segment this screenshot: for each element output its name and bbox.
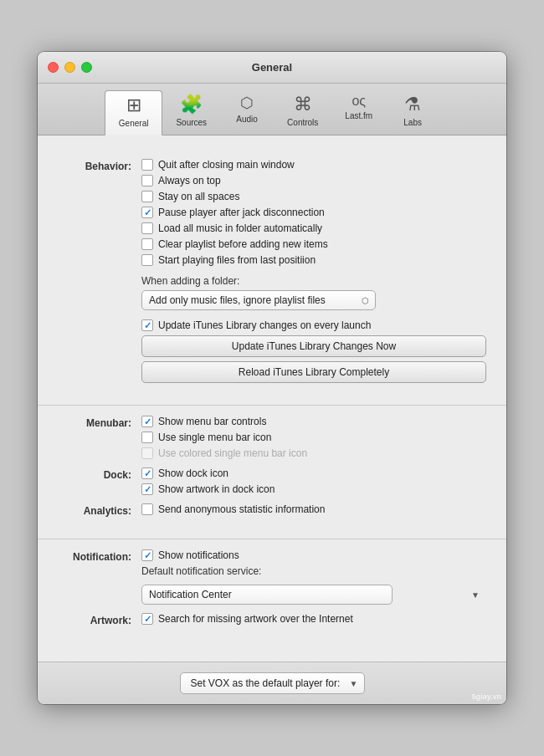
always-top-row: Always on top xyxy=(141,175,486,186)
show-notifications-row: Show notifications xyxy=(141,549,486,561)
quit-close-label: Quit after closing main window xyxy=(158,159,295,171)
controls-icon: ⌘ xyxy=(294,94,312,115)
behavior-section: Behavior: Quit after closing main window… xyxy=(38,149,506,406)
show-menu-controls-row: Show menu bar controls xyxy=(141,416,486,427)
pause-jack-row: Pause player after jack disconnection xyxy=(141,207,486,218)
clear-playlist-label: Clear playlist before adding new items xyxy=(158,238,328,250)
update-launch-label: Update iTunes Library changes on every l… xyxy=(158,319,371,331)
bottom-bar: Set VOX as the default player for: ▼ xyxy=(38,662,506,704)
titlebar: General xyxy=(38,52,506,84)
tab-sources[interactable]: 🧩 Sources xyxy=(162,90,220,135)
close-button[interactable] xyxy=(48,62,59,73)
dock-label: Dock: xyxy=(58,467,141,481)
update-launch-checkbox[interactable] xyxy=(141,319,153,331)
service-label: Default notification service: xyxy=(141,565,486,577)
artwork-label: Artwork: xyxy=(58,613,141,626)
pause-jack-checkbox[interactable] xyxy=(141,207,153,218)
notification-section: Notification: Show notifications Default… xyxy=(38,539,506,648)
menubar-row: Menubar: Show menu bar controls Use sing… xyxy=(58,416,486,459)
folder-select[interactable]: Add only music files, ignore playlist fi… xyxy=(141,290,376,310)
tab-labs[interactable]: ⚗ Labs xyxy=(386,90,439,135)
watermark: 5giay.vn xyxy=(472,692,501,701)
show-artwork-dock-row: Show artwork in dock icon xyxy=(141,483,486,495)
show-notifications-checkbox[interactable] xyxy=(141,549,153,561)
stay-spaces-label: Stay on all spaces xyxy=(158,191,239,202)
behavior-label: Behavior: xyxy=(58,159,141,172)
anon-stats-checkbox[interactable] xyxy=(141,503,153,515)
notification-label: Notification: xyxy=(58,549,141,563)
show-artwork-dock-checkbox[interactable] xyxy=(141,483,153,495)
tab-general[interactable]: ⊞ General xyxy=(105,90,163,135)
reload-button[interactable]: Reload iTunes Library Completely xyxy=(141,361,486,383)
tab-audio[interactable]: ⬡ Audio xyxy=(220,90,274,135)
maximize-button[interactable] xyxy=(81,62,92,73)
stay-spaces-checkbox[interactable] xyxy=(141,191,153,202)
dock-row: Dock: Show dock icon Show artwork in doc… xyxy=(58,467,486,495)
search-artwork-label: Search for missing artwork over the Inte… xyxy=(158,613,353,625)
update-now-button[interactable]: Update iTunes Library Changes Now xyxy=(141,335,486,357)
pause-jack-label: Pause player after jack disconnection xyxy=(158,207,325,218)
window-title: General xyxy=(252,61,292,74)
quit-close-row: Quit after closing main window xyxy=(141,159,486,171)
show-menu-controls-checkbox[interactable] xyxy=(141,416,153,427)
labs-icon: ⚗ xyxy=(404,94,421,115)
start-last-label: Start playing files from last positiion xyxy=(158,254,316,266)
show-notifications-label: Show notifications xyxy=(158,549,239,561)
notification-row: Notification: Show notifications Default… xyxy=(58,549,486,605)
window-controls[interactable] xyxy=(48,62,92,73)
show-artwork-dock-label: Show artwork in dock icon xyxy=(158,483,275,495)
tab-lastfm[interactable]: ος Last.fm xyxy=(331,90,386,135)
behavior-row: Behavior: Quit after closing main window… xyxy=(58,159,486,383)
single-menu-label: Use single menu bar icon xyxy=(158,432,271,443)
clear-playlist-checkbox[interactable] xyxy=(141,238,153,250)
start-last-row: Start playing files from last positiion xyxy=(141,254,486,266)
show-dock-icon-checkbox[interactable] xyxy=(141,467,153,479)
search-artwork-checkbox[interactable] xyxy=(141,613,153,625)
menubar-label: Menubar: xyxy=(58,416,141,429)
show-dock-icon-label: Show dock icon xyxy=(158,467,228,479)
single-menu-checkbox[interactable] xyxy=(141,432,153,443)
toolbar: ⊞ General 🧩 Sources ⬡ Audio ⌘ Controls ο… xyxy=(38,84,506,135)
update-launch-row: Update iTunes Library changes on every l… xyxy=(141,319,486,331)
default-player-select[interactable]: Set VOX as the default player for: xyxy=(180,672,365,694)
colored-icon-checkbox xyxy=(141,447,153,459)
start-last-checkbox[interactable] xyxy=(141,254,153,266)
quit-close-checkbox[interactable] xyxy=(141,159,153,171)
tab-general-label: General xyxy=(119,119,149,128)
tab-lastfm-label: Last.fm xyxy=(345,111,372,120)
load-music-checkbox[interactable] xyxy=(141,222,153,234)
tab-audio-label: Audio xyxy=(236,115,258,124)
menubar-content: Show menu bar controls Use single menu b… xyxy=(141,416,486,459)
colored-icon-row: Use colored single menu bar icon xyxy=(141,447,486,459)
notification-select[interactable]: Notification CenterGrowl xyxy=(141,585,393,605)
always-top-label: Always on top xyxy=(158,175,221,186)
analytics-label: Analytics: xyxy=(58,503,141,517)
folder-select-wrapper: Add only music files, ignore playlist fi… xyxy=(141,290,376,310)
always-top-checkbox[interactable] xyxy=(141,175,153,186)
notification-content: Show notifications Default notification … xyxy=(141,549,486,605)
clear-playlist-row: Clear playlist before adding new items xyxy=(141,238,486,250)
artwork-content: Search for missing artwork over the Inte… xyxy=(141,613,486,625)
search-artwork-row: Search for missing artwork over the Inte… xyxy=(141,613,486,625)
behavior-content: Quit after closing main window Always on… xyxy=(141,159,486,383)
dock-content: Show dock icon Show artwork in dock icon xyxy=(141,467,486,495)
artwork-row: Artwork: Search for missing artwork over… xyxy=(58,613,486,626)
minimize-button[interactable] xyxy=(64,62,75,73)
tab-controls[interactable]: ⌘ Controls xyxy=(274,90,331,135)
show-menu-controls-label: Show menu bar controls xyxy=(158,416,266,427)
analytics-content: Send anonymous statistic information xyxy=(141,503,486,515)
analytics-row: Analytics: Send anonymous statistic info… xyxy=(58,503,486,517)
default-player-wrapper: Set VOX as the default player for: ▼ xyxy=(180,672,365,694)
tab-controls-label: Controls xyxy=(287,118,318,127)
notification-select-arrow: ▼ xyxy=(471,590,480,600)
single-menu-row: Use single menu bar icon xyxy=(141,432,486,443)
settings-content: Behavior: Quit after closing main window… xyxy=(38,135,506,662)
sources-icon: 🧩 xyxy=(180,94,203,115)
stay-spaces-row: Stay on all spaces xyxy=(141,191,486,202)
colored-icon-label: Use colored single menu bar icon xyxy=(158,447,307,459)
audio-icon: ⬡ xyxy=(240,94,254,112)
notification-select-wrapper: Notification CenterGrowl ▼ xyxy=(141,585,486,605)
menubar-section: Menubar: Show menu bar controls Use sing… xyxy=(38,406,506,539)
lastfm-icon: ος xyxy=(352,94,366,109)
folder-label: When adding a folder: xyxy=(141,275,486,287)
